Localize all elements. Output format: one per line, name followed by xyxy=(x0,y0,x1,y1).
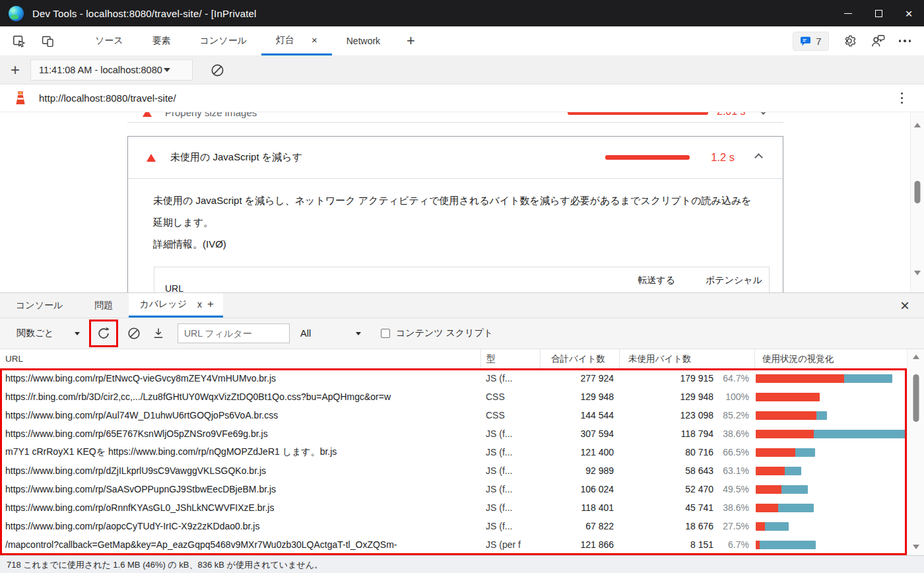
audit-row-properly-size-images[interactable]: Properly size images 2.01 s xyxy=(0,112,924,122)
clear-audits-button[interactable] xyxy=(210,63,225,78)
audit-description-link[interactable]: 詳細情報。(IVØ) xyxy=(153,233,752,255)
coverage-toolbar: 関数ごと xyxy=(0,318,924,349)
new-audit-button[interactable]: + xyxy=(0,61,30,79)
tab-lighthouse[interactable]: 灯台 × xyxy=(261,26,332,55)
gear-icon xyxy=(842,34,857,48)
coverage-cell-unused-pct: 100% xyxy=(713,391,749,402)
close-button[interactable]: × xyxy=(894,0,924,26)
table-row[interactable]: https://www.bing.com/rp/dZjILkprlU9sC9Va… xyxy=(0,461,907,480)
usage-bar xyxy=(756,411,827,420)
table-row[interactable]: https://www.bing.com/rp/65E767KsnWljO5pZ… xyxy=(0,424,907,443)
coverage-table-header: URL 型 合計バイト数 未使用バイト数 使用状況の視覚化 xyxy=(0,349,924,369)
type-filter-select[interactable]: All xyxy=(300,328,361,339)
export-coverage-button[interactable] xyxy=(150,327,167,340)
column-header-unused-bytes[interactable]: 未使用バイト数 xyxy=(619,349,754,368)
device-emulation-button[interactable] xyxy=(33,26,62,55)
coverage-cell-total: 118 401 xyxy=(540,502,619,513)
usage-bar xyxy=(756,467,801,475)
audit-run-selector[interactable]: 11:41:08 AM - localhost:8080 xyxy=(30,59,193,81)
coverage-cell-type: JS (f... xyxy=(480,428,540,439)
report-scrollbar[interactable] xyxy=(910,112,924,292)
usage-bar-used xyxy=(814,430,907,438)
coverage-scope-select[interactable]: 関数ごと xyxy=(16,327,80,339)
table-row[interactable]: /mapcontrol?callback=GetMap&key=Ap_eazGq… xyxy=(0,535,907,554)
scroll-up-icon[interactable] xyxy=(914,123,921,127)
column-header-usage-visualization[interactable]: 使用状況の視覚化 xyxy=(754,349,907,368)
scrollbar-thumb[interactable] xyxy=(913,374,919,422)
column-header-url[interactable]: URL xyxy=(0,349,480,368)
table-row[interactable]: https://www.bing.com/rp/oRnnfKYAsGL0_JSh… xyxy=(0,498,907,517)
usage-bar xyxy=(756,504,814,512)
coverage-cell-unused: 179 915 xyxy=(680,373,713,384)
close-drawer-button[interactable]: × xyxy=(900,293,909,318)
audit-title: 未使用の JavaScript を減らす xyxy=(170,151,302,164)
coverage-table-scrollbar[interactable] xyxy=(907,349,924,555)
close-icon: × xyxy=(905,7,912,20)
coverage-cell-unused: 118 794 xyxy=(680,428,713,439)
table-row[interactable]: m7Y1 cRrRoyX1 KEQを https://www.bing.com/… xyxy=(0,443,907,461)
clear-coverage-button[interactable] xyxy=(125,326,143,341)
column-header-type[interactable]: 型 xyxy=(480,349,540,368)
savings-bar xyxy=(568,112,708,115)
audit-run-label: 11:41:08 AM - localhost:8080 xyxy=(39,65,162,75)
coverage-cell-total: 67 822 xyxy=(540,521,619,531)
savings-bar xyxy=(605,155,690,160)
scroll-down-icon[interactable] xyxy=(914,271,921,275)
coverage-cell-visualization xyxy=(754,522,907,531)
table-row[interactable]: https://r.bing.com/rb/3D/cir2,cc,.../Lzu… xyxy=(0,388,907,406)
tab-elements[interactable]: 要素 xyxy=(138,26,185,55)
usage-bar-used xyxy=(816,411,827,420)
title-bar: Dev Tools - localhost:8080/travel-site/ … xyxy=(0,0,924,26)
tab-sources[interactable]: ソース xyxy=(81,26,138,55)
chevron-up-icon[interactable] xyxy=(754,153,763,162)
tab-lighthouse-close-icon[interactable]: × xyxy=(312,34,317,46)
coverage-cell-visualization xyxy=(754,393,907,401)
scroll-up-icon[interactable] xyxy=(913,354,919,359)
coverage-cell-unused: 8 151 xyxy=(690,539,713,550)
settings-button[interactable] xyxy=(842,34,857,48)
usage-bar-unused xyxy=(756,430,814,438)
feedback-count-badge[interactable]: 7 xyxy=(793,32,828,51)
tab-console[interactable]: コンソール xyxy=(185,26,261,55)
reload-coverage-button[interactable] xyxy=(96,326,111,341)
usage-bar xyxy=(756,393,820,401)
report-more-options-icon[interactable] xyxy=(901,92,904,104)
tab-lighthouse-label: 灯台 xyxy=(276,34,294,46)
inspect-element-button[interactable] xyxy=(4,26,33,55)
content-scripts-checkbox[interactable] xyxy=(381,329,390,338)
tab-console[interactable]: コンソール xyxy=(0,293,79,318)
chevron-down-icon[interactable] xyxy=(759,112,768,115)
usage-bar-used xyxy=(765,522,789,531)
audit-card-header[interactable]: 未使用の JavaScript を減らす 1.2 s xyxy=(128,137,783,179)
scrollbar-thumb[interactable] xyxy=(915,181,921,203)
coverage-cell-total: 129 948 xyxy=(540,391,619,402)
scroll-down-icon[interactable] xyxy=(913,545,919,549)
edge-logo-icon xyxy=(9,6,24,21)
table-row[interactable]: https://www.bing.com/rp/EtNwcQ-vieGvcy8m… xyxy=(0,369,907,388)
tab-issues[interactable]: 問題 xyxy=(79,293,129,318)
coverage-cell-total: 121 400 xyxy=(540,447,619,457)
table-row[interactable]: https://www.bing.com/rp/SaASvOPPupnGJ9St… xyxy=(0,480,907,498)
coverage-cell-unused: 58 643 xyxy=(685,465,713,476)
tab-network[interactable]: Network xyxy=(332,26,395,55)
minimize-button[interactable] xyxy=(833,0,863,26)
coverage-cell-total: 121 866 xyxy=(540,539,619,550)
url-filter-input[interactable] xyxy=(178,323,290,343)
maximize-icon xyxy=(875,10,882,17)
maximize-button[interactable] xyxy=(863,0,894,26)
add-tab-button[interactable]: + xyxy=(395,26,427,55)
coverage-cell-type: JS (f... xyxy=(480,465,540,476)
tab-coverage-close-icon[interactable]: x xyxy=(197,299,202,310)
more-options-icon[interactable] xyxy=(899,40,911,42)
add-drawer-tab-button[interactable]: + xyxy=(207,298,214,311)
table-row[interactable]: https://www.bing.com/rp/Aul74W_D1uhwU6rt… xyxy=(0,406,907,424)
feedback-button[interactable] xyxy=(870,34,886,48)
savings-value: 1.2 s xyxy=(703,151,735,164)
coverage-cell-url: /mapcontrol?callback=GetMap&key=Ap_eazGq… xyxy=(0,539,480,550)
coverage-cell-url: m7Y1 cRrRoyX1 KEQを https://www.bing.com/… xyxy=(0,446,480,458)
table-row[interactable]: https://www.bing.com/rp/aopcCyTUdY-IrIC-… xyxy=(0,517,907,535)
column-header-total-bytes[interactable]: 合計バイト数 xyxy=(540,349,619,368)
usage-bar xyxy=(756,485,808,494)
audited-url-row: http://localhost:8080/travel-site/ xyxy=(0,84,924,112)
tab-coverage[interactable]: カバレッジ x + xyxy=(129,293,223,318)
